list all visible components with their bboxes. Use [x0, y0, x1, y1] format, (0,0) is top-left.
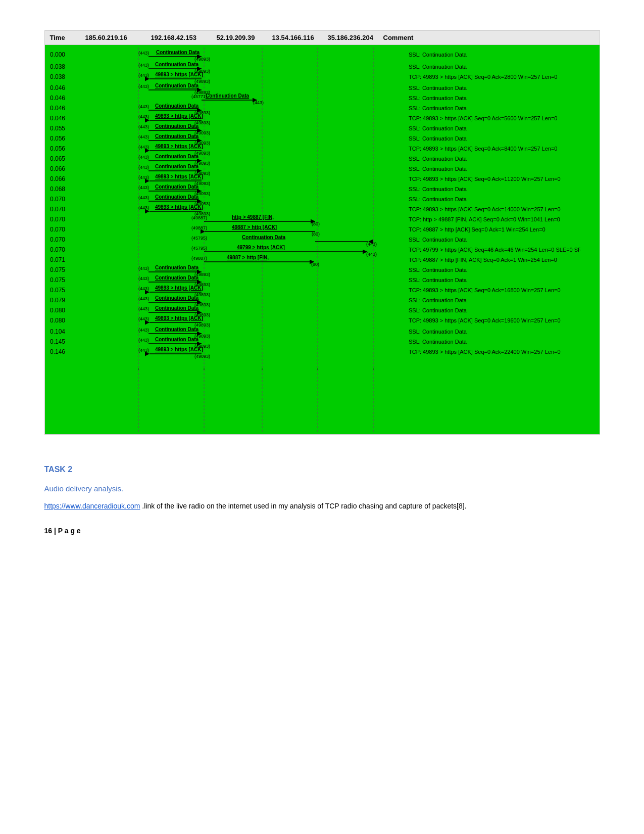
svg-text:(443): (443)	[138, 145, 149, 150]
svg-text:SSL: Continuation Data: SSL: Continuation Data	[409, 277, 467, 283]
svg-text:0.056: 0.056	[50, 145, 65, 152]
svg-text:(443): (443)	[138, 266, 149, 271]
svg-text:(45795): (45795)	[191, 246, 207, 251]
svg-text:(443): (443)	[138, 104, 149, 109]
svg-text:Continuation Data: Continuation Data	[155, 103, 199, 109]
svg-text:49893 > https [ACK]: 49893 > https [ACK]	[155, 315, 203, 321]
wireshark-container: Time 185.60.219.16 192.168.42.153 52.19.…	[44, 30, 600, 435]
row-0038a: 0.038 (443) Continuation Data (49893) SS…	[50, 62, 467, 74]
svg-text:Continuation Data: Continuation Data	[155, 327, 199, 332]
svg-text:Continuation Data: Continuation Data	[155, 154, 199, 159]
svg-text:49893 > https [ACK]: 49893 > https [ACK]	[155, 204, 203, 210]
ws-header: Time 185.60.219.16 192.168.42.153 52.19.…	[45, 31, 600, 45]
svg-text:(443): (443)	[138, 276, 149, 281]
svg-text:(443): (443)	[138, 338, 149, 343]
svg-text:Continuation Data: Continuation Data	[155, 275, 199, 281]
row-0066b: 0.066 (443) 49893 > https [ACK] (49093) …	[50, 174, 561, 186]
svg-text:·: ·	[261, 364, 263, 373]
svg-text:(443): (443)	[138, 63, 149, 68]
task-link-desc: .link of the live radio on the internet …	[140, 502, 466, 510]
svg-text:(80): (80)	[311, 262, 319, 267]
svg-text:(80): (80)	[312, 221, 320, 226]
svg-text:SSL: Continuation Data: SSL: Continuation Data	[409, 307, 467, 313]
svg-text:(443): (443)	[366, 252, 377, 257]
svg-text:·: ·	[372, 364, 374, 373]
row-0066a: 0.066 (443) Continuation Data (49093) SS…	[50, 164, 467, 176]
svg-text:0.075: 0.075	[50, 266, 65, 273]
svg-text:SSL: Continuation Data: SSL: Continuation Data	[409, 186, 467, 192]
svg-text:·: ·	[203, 364, 205, 373]
svg-text:(443): (443)	[138, 175, 149, 180]
col-time: Time	[50, 34, 85, 41]
svg-text:0.070: 0.070	[50, 226, 65, 233]
row-0104: 0.104 (443) Continuation Data (49093) SS…	[50, 327, 467, 339]
svg-text:(49093): (49093)	[194, 354, 210, 359]
svg-text:0.068: 0.068	[50, 186, 65, 193]
svg-text:49799 > https [ACK]: 49799 > https [ACK]	[237, 245, 285, 250]
svg-text:(443): (443)	[138, 316, 149, 321]
ws-svg-wrapper: 0.000 (443) Continuation Data (49893) SS…	[45, 45, 600, 434]
row-0065: 0.065 (443) Continuation Data (49093) SS…	[50, 154, 467, 166]
svg-text:Continuation Data: Continuation Data	[155, 184, 199, 190]
row-0055: 0.055 (443) Continuation Data (49093) SS…	[50, 123, 467, 135]
row-0080b: 0.080 (443) 49893 > https [ACK] (49893) …	[50, 315, 561, 328]
svg-text:0.071: 0.071	[50, 256, 65, 263]
svg-text:SSL: Continuation Data: SSL: Continuation Data	[409, 166, 467, 172]
row-0071: 0.071 (49887) 49887 > http [FIN, (80) TC…	[50, 255, 557, 267]
svg-text:(443): (443)	[138, 134, 149, 140]
svg-text:SSL: Continuation Data: SSL: Continuation Data	[409, 329, 467, 335]
svg-text:0.075: 0.075	[50, 287, 65, 294]
svg-text:(443): (443)	[138, 306, 149, 311]
svg-text:(443): (443)	[138, 73, 149, 78]
svg-text:Continuation Data: Continuation Data	[155, 123, 199, 129]
row-0145: 0.145 (443) Continuation Data (49893) SS…	[50, 337, 467, 349]
row-0046b: 0.046 (45771) Continuation Data (443) SS…	[50, 93, 467, 105]
svg-text:SSL: Continuation Data: SSL: Continuation Data	[409, 196, 467, 202]
task-text: https://www.danceradiouk.com .link of th…	[44, 500, 600, 512]
svg-text:0.079: 0.079	[50, 297, 65, 304]
svg-text:(443): (443)	[138, 124, 149, 129]
svg-text:0.145: 0.145	[50, 338, 65, 345]
svg-text:49893 > https [ACK]: 49893 > https [ACK]	[155, 285, 203, 291]
svg-text:(443): (443)	[253, 100, 264, 105]
svg-text:0.104: 0.104	[50, 328, 65, 335]
svg-text:(443): (443)	[138, 328, 149, 333]
svg-text:(443): (443)	[138, 185, 149, 190]
svg-text:0.038: 0.038	[50, 63, 65, 70]
row-0056b: 0.056 (443) 49893 > https [ACK] (49093) …	[50, 144, 557, 156]
svg-text:0.070: 0.070	[50, 206, 65, 213]
svg-text:SSL: Continuation Data: SSL: Continuation Data	[409, 339, 467, 345]
task-link[interactable]: https://www.danceradiouk.com	[44, 502, 140, 510]
svg-text:TCP: 49893 > https [ACK] Seq=0: TCP: 49893 > https [ACK] Seq=0 Ack=22400…	[409, 349, 561, 355]
svg-text:(443): (443)	[138, 84, 149, 89]
svg-text:TCP: 49893 > https [ACK] Seq=0: TCP: 49893 > https [ACK] Seq=0 Ack=11200…	[409, 176, 561, 182]
svg-text:49893 > https [ACK]: 49893 > https [ACK]	[155, 72, 203, 77]
col-ip1: 185.60.219.16	[85, 34, 151, 41]
svg-text:(45771): (45771)	[191, 94, 207, 99]
svg-text:0.070: 0.070	[50, 216, 65, 223]
svg-text:SSL: Continuation Data: SSL: Continuation Data	[409, 125, 467, 131]
svg-text:0.075: 0.075	[50, 276, 65, 284]
col-ip5: 35.186.236.204	[328, 34, 383, 41]
col-ip3: 52.19.209.39	[217, 34, 272, 41]
svg-text:0.065: 0.065	[50, 155, 65, 162]
row-0046d: 0.046 (443) 49893 > https [ACK] (49893) …	[50, 113, 557, 125]
svg-text:SSL: Continuation Data: SSL: Continuation Data	[409, 105, 467, 111]
row-0075a: 0.075 (443) Continuation Data (49893) SS…	[50, 265, 467, 277]
svg-text:0.066: 0.066	[50, 165, 65, 172]
row-0068: 0.068 (443) Continuation Data (49093) SS…	[50, 184, 467, 196]
svg-text:SSL: Continuation Data: SSL: Continuation Data	[409, 267, 467, 273]
svg-text:TCP: 49799 > https [ACK] Seq=4: TCP: 49799 > https [ACK] Seq=46 Ack=46 W…	[409, 247, 580, 253]
svg-text:SSL: Continuation Data: SSL: Continuation Data	[409, 85, 467, 91]
task-section: TASK 2 Audio delivery analysis. https://…	[44, 465, 600, 535]
svg-text:(443): (443)	[138, 296, 149, 301]
svg-text:Continuation Data: Continuation Data	[155, 164, 199, 169]
svg-text:Continuation Data: Continuation Data	[156, 50, 200, 55]
svg-text:0.066: 0.066	[50, 175, 65, 182]
svg-text:Continuation Data: Continuation Data	[155, 133, 199, 139]
svg-text:SSL: Continuation Data: SSL: Continuation Data	[409, 52, 467, 58]
row-0056a: 0.056 (443) Continuation Data (49093) SS…	[50, 133, 467, 146]
svg-text:0.070: 0.070	[50, 236, 65, 243]
svg-text:SSL: Continuation Data: SSL: Continuation Data	[409, 64, 467, 70]
svg-text:(49893): (49893)	[194, 57, 210, 62]
